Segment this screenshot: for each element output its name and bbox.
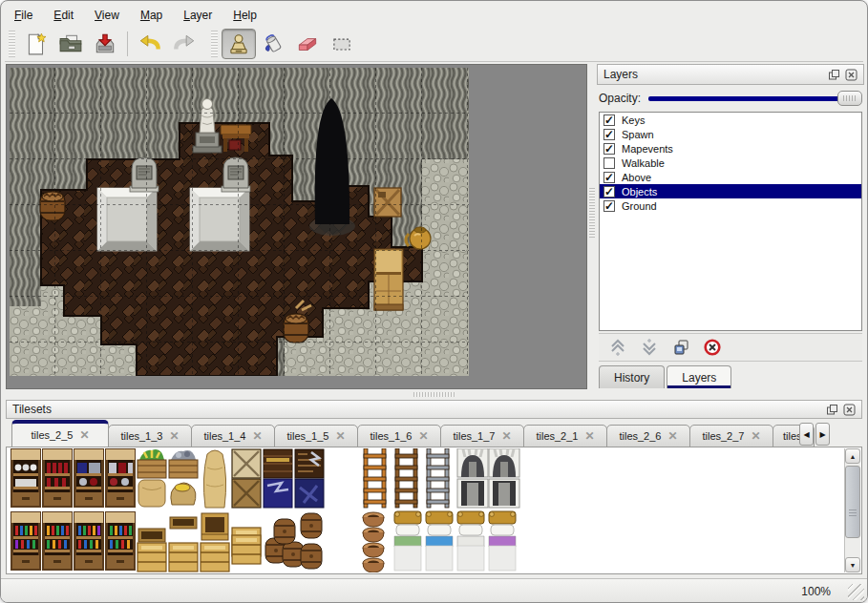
scroll-tabs-left-button[interactable]: ◀ <box>799 423 814 446</box>
tab-close-icon[interactable]: ✕ <box>584 429 594 443</box>
save-icon <box>93 31 117 56</box>
layer-checkbox[interactable]: ✓ <box>603 172 615 183</box>
select-rect-tool-button[interactable] <box>325 29 359 59</box>
menu-layer[interactable]: Layer <box>183 9 212 22</box>
map-canvas[interactable] <box>10 68 469 376</box>
delete-layer-button[interactable] <box>701 336 724 359</box>
scroll-left-icon: ◀ <box>803 430 809 439</box>
redo-button[interactable] <box>167 29 201 59</box>
menu-file[interactable]: File <box>14 9 32 22</box>
chevron-up-icon <box>608 338 627 357</box>
vertical-splitter[interactable] <box>588 64 596 389</box>
layer-checkbox[interactable]: ✓ <box>603 186 615 198</box>
menu-help[interactable]: Help <box>233 9 257 22</box>
open-folder-icon <box>58 31 83 56</box>
layer-row-walkable[interactable]: Walkable <box>600 156 861 170</box>
toolbar-grip[interactable] <box>211 31 218 57</box>
tab-close-icon[interactable]: ✕ <box>751 429 760 443</box>
tileset-tab-tiles_1_6[interactable]: tiles_1_6✕ <box>357 425 441 447</box>
layer-checkbox[interactable]: ✓ <box>603 200 615 212</box>
stamp-tool-button[interactable] <box>222 29 256 59</box>
stamp-icon <box>226 31 251 56</box>
opacity-row: Opacity: <box>599 89 862 108</box>
scroll-down-icon: ▼ <box>850 562 857 569</box>
scroll-tabs-right-button[interactable]: ▶ <box>815 423 830 446</box>
tab-history[interactable]: History <box>599 365 665 388</box>
close-panel-button[interactable] <box>844 68 857 81</box>
delete-icon <box>703 338 722 357</box>
layer-name: Spawn <box>622 129 654 140</box>
fill-tool-button[interactable] <box>256 29 290 59</box>
layer-row-ground[interactable]: ✓ Ground <box>600 198 861 213</box>
open-file-button[interactable] <box>53 29 88 59</box>
layer-checkbox[interactable]: ✓ <box>603 114 615 126</box>
move-layer-down-button[interactable] <box>638 336 661 359</box>
tileset-tab-tiles_1_4[interactable]: tiles_1_4✕ <box>191 425 275 447</box>
tileset-tab-tiles_2_6[interactable]: tiles_2_6✕ <box>606 425 690 447</box>
tileset-scrollbar[interactable]: ▲ ▼ <box>844 448 860 572</box>
layer-row-spawn[interactable]: ✓ Spawn <box>600 127 861 141</box>
resize-grip[interactable] <box>848 584 864 600</box>
move-layer-up-button[interactable] <box>606 336 629 359</box>
undo-button[interactable] <box>133 29 167 59</box>
toolbar <box>5 27 863 62</box>
layer-name: Mapevents <box>622 143 673 155</box>
tileset-tab-tiles_1_5[interactable]: tiles_1_5✕ <box>274 425 358 447</box>
tab-close-icon[interactable]: ✕ <box>418 429 428 443</box>
menu-map[interactable]: Map <box>140 9 162 22</box>
tab-close-icon[interactable]: ✕ <box>252 429 262 443</box>
float-panel-button[interactable] <box>825 403 838 416</box>
layer-name: Keys <box>622 114 645 126</box>
tileset-grid[interactable]: ▲ ▼ <box>6 447 862 574</box>
layer-checkbox[interactable] <box>603 157 615 169</box>
tileset-tab-tiles_2_7[interactable]: tiles_2_7✕ <box>689 425 773 447</box>
splitter-grip[interactable] <box>413 392 455 397</box>
tab-close-icon[interactable]: ✕ <box>335 429 345 443</box>
opacity-slider-handle[interactable] <box>837 91 862 106</box>
duplicate-layer-button[interactable] <box>669 336 692 359</box>
layer-list[interactable]: ✓ Keys ✓ Spawn ✓ Mapevents Walkable ✓ Ab… <box>599 112 862 331</box>
tab-close-icon[interactable]: ✕ <box>169 429 179 443</box>
tileset-tab-tiles_1_7[interactable]: tiles_1_7✕ <box>440 425 524 447</box>
layer-row-keys[interactable]: ✓ Keys <box>600 113 861 127</box>
layer-checkbox[interactable]: ✓ <box>603 143 615 155</box>
save-file-button[interactable] <box>88 29 122 59</box>
undo-icon <box>138 31 162 56</box>
opacity-slider[interactable] <box>648 90 862 107</box>
layer-checkbox[interactable]: ✓ <box>603 129 615 140</box>
tileset-tab-tiles_2_5[interactable]: tiles_2_5✕ <box>11 420 109 447</box>
tilesets-panel: Tilesets tiles_2_5✕ tiles_1_3✕ tiles_1_4… <box>6 400 862 577</box>
close-panel-button[interactable] <box>842 403 856 416</box>
tileset-tab-tiles_1_3[interactable]: tiles_1_3✕ <box>108 425 192 447</box>
scroll-down-button[interactable]: ▼ <box>845 557 860 572</box>
tab-close-icon[interactable]: ✕ <box>79 428 89 442</box>
selection-rectangle-icon <box>329 31 354 56</box>
menu-view[interactable]: View <box>95 9 119 22</box>
layer-row-objects[interactable]: ✓ Objects <box>600 184 861 198</box>
menu-edit[interactable]: Edit <box>53 9 74 22</box>
status-bar: 100% <box>1 578 867 603</box>
scrollbar-thumb[interactable] <box>845 466 860 538</box>
tileset-tiles[interactable] <box>11 448 520 572</box>
layer-row-mapevents[interactable]: ✓ Mapevents <box>600 141 861 156</box>
splitter-grip[interactable] <box>589 188 595 238</box>
tileset-tab-bar: tiles_2_5✕ tiles_1_3✕ tiles_1_4✕ tiles_1… <box>6 420 862 447</box>
tab-close-icon[interactable]: ✕ <box>667 429 677 443</box>
layer-row-above[interactable]: ✓ Above <box>600 170 861 184</box>
map-viewport[interactable] <box>6 64 587 389</box>
scroll-up-button[interactable]: ▲ <box>845 448 860 464</box>
new-file-button[interactable] <box>19 29 53 59</box>
opacity-slider-track[interactable] <box>648 96 858 101</box>
tab-close-icon[interactable]: ✕ <box>501 429 511 443</box>
float-icon <box>828 69 840 81</box>
tab-layers[interactable]: Layers <box>667 365 731 388</box>
float-panel-button[interactable] <box>827 68 840 81</box>
horizontal-splitter[interactable] <box>5 390 863 399</box>
layer-name: Above <box>622 172 651 183</box>
eraser-tool-button[interactable] <box>290 29 325 59</box>
tilesets-panel-titlebar[interactable]: Tilesets <box>6 400 862 419</box>
layers-panel-titlebar[interactable]: Layers <box>597 64 864 85</box>
tileset-tab-tiles_2_1[interactable]: tiles_2_1✕ <box>523 425 607 447</box>
toolbar-grip[interactable] <box>9 31 15 57</box>
menu-bar: File Edit View Map Layer Help <box>5 5 863 26</box>
